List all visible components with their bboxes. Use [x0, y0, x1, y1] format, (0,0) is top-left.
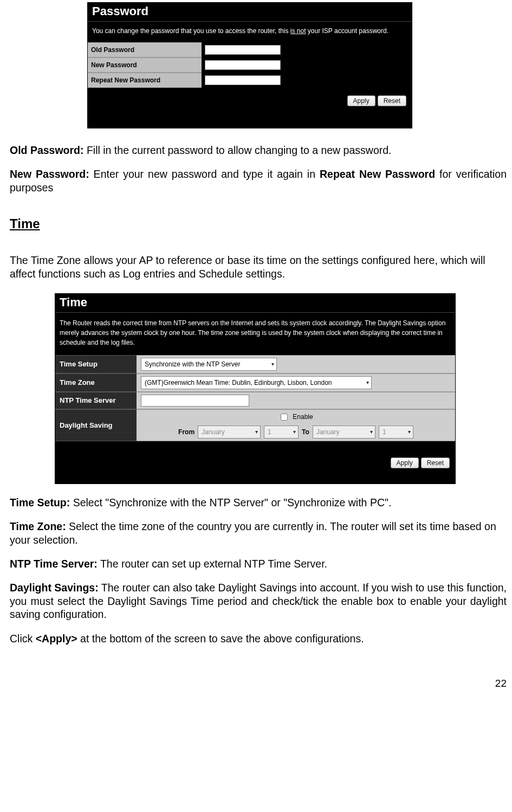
- ntp-server-row: NTP Time Server: [55, 392, 455, 409]
- password-description: You can change the password that you use…: [88, 22, 412, 42]
- ntp-server-label: NTP Time Server: [55, 392, 137, 409]
- time-zone-label: Time Zone: [55, 373, 137, 392]
- new-password-row: New Password: [88, 57, 412, 73]
- daylight-to-month-select[interactable]: January: [313, 426, 375, 439]
- time-setup-label: Time Setup: [55, 355, 137, 373]
- daylight-from-day-select[interactable]: 1: [264, 426, 299, 439]
- new-password-label: New Password: [88, 57, 202, 73]
- ntp-server-paragraph: NTP Time Server: The router can set up e…: [10, 557, 507, 570]
- time-apply-button[interactable]: Apply: [391, 457, 419, 468]
- time-zone-select[interactable]: (GMT)Greenwich Mean Time: Dublin, Edinbu…: [141, 376, 372, 389]
- time-zone-row: Time Zone (GMT)Greenwich Mean Time: Dubl…: [55, 373, 455, 392]
- repeat-password-label: Repeat New Password: [88, 73, 202, 88]
- time-panel: Time The Router reads the correct time f…: [55, 293, 456, 484]
- daylight-enable-checkbox[interactable]: [281, 414, 288, 421]
- daylight-enable-label: Enable: [293, 413, 313, 421]
- daylight-from-label: From: [178, 428, 195, 436]
- old-password-input[interactable]: [205, 45, 281, 55]
- daylight-saving-label: Daylight Saving: [55, 409, 137, 441]
- time-setup-paragraph: Time Setup: Select "Synchronize with the…: [10, 496, 507, 509]
- daylight-to-day-select[interactable]: 1: [379, 426, 413, 439]
- repeat-password-row: Repeat New Password: [88, 73, 412, 88]
- daylight-saving-row: Daylight Saving Enable From January 1 To…: [55, 409, 455, 441]
- daylight-to-label: To: [302, 428, 309, 436]
- time-reset-button[interactable]: Reset: [421, 457, 450, 468]
- time-setup-row: Time Setup Synchronize with the NTP Serv…: [55, 355, 455, 373]
- time-heading: Time: [10, 216, 507, 232]
- time-zone-paragraph: Time Zone: Select the time zone of the c…: [10, 520, 507, 546]
- new-password-paragraph: New Password: Enter your new password an…: [10, 167, 507, 194]
- repeat-password-input[interactable]: [205, 75, 281, 85]
- reset-button[interactable]: Reset: [378, 95, 406, 106]
- time-title: Time: [55, 294, 455, 313]
- apply-button[interactable]: Apply: [347, 95, 375, 106]
- time-description: The Router reads the correct time from N…: [55, 313, 455, 355]
- page-number: 22: [3, 678, 507, 689]
- daylight-savings-paragraph: Daylight Savings: The router can also ta…: [10, 581, 507, 621]
- password-title: Password: [88, 3, 412, 22]
- old-password-label: Old Password: [88, 42, 202, 57]
- new-password-input[interactable]: [205, 60, 281, 70]
- click-apply-paragraph: Click <Apply> at the bottom of the scree…: [10, 632, 507, 645]
- old-password-paragraph: Old Password: Fill in the current passwo…: [10, 144, 507, 157]
- password-panel: Password You can change the password tha…: [87, 2, 412, 128]
- time-setup-select[interactable]: Synchronize with the NTP Server: [141, 358, 277, 371]
- time-intro: The Time Zone allows your AP to referenc…: [10, 254, 507, 280]
- ntp-server-input[interactable]: [141, 395, 249, 407]
- daylight-from-month-select[interactable]: January: [198, 426, 261, 439]
- old-password-row: Old Password: [88, 42, 412, 57]
